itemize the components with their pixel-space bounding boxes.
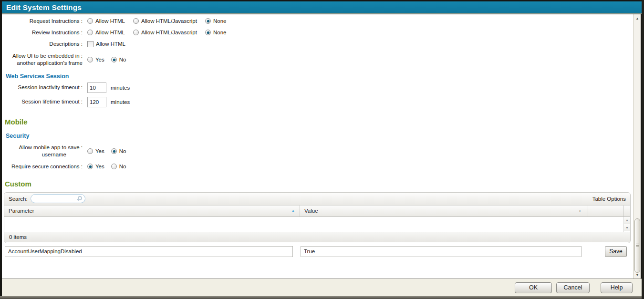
mobile-save-label-line2: username xyxy=(2,151,83,159)
dialog-content: Request Instructions : Allow HTML Allow … xyxy=(2,14,633,278)
window-bottom-border xyxy=(0,296,644,299)
radio-label: Yes xyxy=(95,148,104,154)
descriptions-label: Descriptions : xyxy=(2,41,83,48)
radio-embed-yes[interactable]: Yes xyxy=(87,57,104,62)
search-input[interactable] xyxy=(35,195,77,202)
cancel-button[interactable]: Cancel xyxy=(556,282,590,293)
search-box xyxy=(31,194,85,203)
radio-secure-no[interactable]: No xyxy=(111,164,126,169)
radio-request-allow-html[interactable]: Allow HTML xyxy=(87,18,125,24)
row-descriptions: Descriptions : Allow HTML xyxy=(2,41,633,48)
dialog-titlebar: Edit System Settings xyxy=(2,1,642,14)
scrollbar-grip xyxy=(636,244,639,247)
checkbox-label: Allow HTML xyxy=(96,41,125,47)
radio-mobile-save-no[interactable]: No xyxy=(111,148,126,154)
row-require-secure: Require secure connections : Yes No xyxy=(2,163,633,170)
radio-icon[interactable] xyxy=(133,18,139,24)
column-header-value[interactable]: Value ⇠ xyxy=(300,206,588,217)
heading-mobile: Mobile xyxy=(2,118,633,126)
edit-system-settings-dialog: Edit System Settings Request Instruction… xyxy=(0,0,644,299)
parameter-editor-row: Save xyxy=(2,246,633,257)
row-mobile-save-username: Allow mobile app to save : username Yes … xyxy=(2,144,633,159)
radio-icon[interactable] xyxy=(87,18,93,24)
ok-button[interactable]: OK xyxy=(515,282,552,293)
session-lifetime-label: Session lifetime timeout : xyxy=(2,98,83,105)
radio-review-none[interactable]: None xyxy=(205,30,227,35)
scrollbar-down-icon[interactable]: ▼ xyxy=(634,272,641,278)
column-header-gutter xyxy=(623,206,630,217)
radio-label: Allow HTML/Javascript xyxy=(141,30,197,35)
radio-label: Allow HTML xyxy=(95,30,125,35)
radio-review-allow-html[interactable]: Allow HTML xyxy=(87,30,125,35)
mobile-save-label-line1: Allow mobile app to save : xyxy=(2,144,83,152)
session-lifetime-suffix: minutes xyxy=(111,99,130,105)
radio-icon[interactable] xyxy=(111,148,117,154)
radio-label: Allow HTML/Javascript xyxy=(141,18,197,24)
radio-secure-yes[interactable]: Yes xyxy=(87,164,104,169)
heading-security: Security xyxy=(2,133,633,139)
request-instructions-label: Request Instructions : xyxy=(2,18,83,25)
column-handle-icon[interactable]: ⇠ xyxy=(579,208,583,214)
column-label: Value xyxy=(304,208,318,214)
column-header-blank xyxy=(588,206,623,217)
checkbox-descriptions-allow-html[interactable]: Allow HTML xyxy=(87,41,125,47)
search-icon xyxy=(78,196,82,200)
scrollbar-thumb[interactable] xyxy=(634,218,640,273)
scroll-up-icon[interactable]: ▲ xyxy=(624,217,630,224)
sort-ascending-icon[interactable]: ▲ xyxy=(291,208,295,213)
embed-ui-label-line2: another application's frame xyxy=(2,60,83,67)
radio-label: None xyxy=(213,18,227,24)
radio-label: No xyxy=(119,148,126,154)
radio-request-none[interactable]: None xyxy=(205,18,227,24)
radio-embed-no[interactable]: No xyxy=(111,57,126,62)
page-scrollbar[interactable]: ▲ ▼ xyxy=(633,14,641,278)
session-inactivity-input[interactable] xyxy=(87,82,106,93)
scroll-down-icon[interactable]: ▼ xyxy=(624,224,630,231)
radio-label: None xyxy=(213,30,227,35)
column-header-parameter[interactable]: Parameter ▲ xyxy=(4,206,300,217)
radio-label: No xyxy=(119,57,126,62)
custom-parameters-table: Search: Table Options Parameter ▲ Value … xyxy=(4,192,631,243)
table-scrollbar[interactable]: ▲ ▼ xyxy=(623,217,630,232)
help-button[interactable]: Help xyxy=(601,282,633,293)
dialog-title: Edit System Settings xyxy=(6,3,82,12)
parameter-name-input[interactable] xyxy=(5,246,293,257)
radio-label: Yes xyxy=(95,57,104,62)
row-review-instructions: Review Instructions : Allow HTML Allow H… xyxy=(2,29,633,36)
radio-label: No xyxy=(119,164,126,169)
review-instructions-label: Review Instructions : xyxy=(2,29,83,36)
radio-icon[interactable] xyxy=(133,30,139,35)
search-label: Search: xyxy=(9,196,28,202)
mobile-save-username-label: Allow mobile app to save : username xyxy=(2,144,83,159)
session-inactivity-label: Session inactivity timeout : xyxy=(2,84,83,91)
items-count: 0 items xyxy=(9,234,27,240)
radio-icon[interactable] xyxy=(205,30,211,35)
row-request-instructions: Request Instructions : Allow HTML Allow … xyxy=(2,18,633,25)
checkbox-icon[interactable] xyxy=(87,41,93,47)
scrollbar-up-icon[interactable]: ▲ xyxy=(634,15,641,21)
radio-icon[interactable] xyxy=(87,164,93,169)
radio-icon[interactable] xyxy=(87,30,93,35)
table-options-button[interactable]: Table Options xyxy=(592,196,626,202)
save-button[interactable]: Save xyxy=(605,246,627,257)
radio-icon[interactable] xyxy=(111,57,117,62)
session-lifetime-input[interactable] xyxy=(87,97,106,107)
radio-label: Yes xyxy=(95,164,104,169)
radio-label: Allow HTML xyxy=(95,18,125,24)
row-embed-ui: Allow UI to be embedded in : another app… xyxy=(2,52,633,67)
radio-icon[interactable] xyxy=(205,18,211,24)
radio-review-allow-html-js[interactable]: Allow HTML/Javascript xyxy=(133,30,197,35)
parameter-value-input[interactable] xyxy=(301,246,582,257)
table-footer: 0 items xyxy=(4,232,630,242)
require-secure-label: Require secure connections : xyxy=(2,163,83,170)
radio-icon[interactable] xyxy=(87,148,93,154)
heading-web-services-session: Web Services Session xyxy=(2,73,633,80)
radio-request-allow-html-js[interactable]: Allow HTML/Javascript xyxy=(133,18,197,24)
table-toolbar: Search: Table Options xyxy=(4,193,630,205)
embed-ui-label-line1: Allow UI to be embedded in : xyxy=(2,52,83,60)
radio-icon[interactable] xyxy=(87,57,93,62)
radio-icon[interactable] xyxy=(111,164,117,169)
table-body: ▲ ▼ xyxy=(4,217,630,232)
window-right-border xyxy=(642,0,644,299)
radio-mobile-save-yes[interactable]: Yes xyxy=(87,148,104,154)
